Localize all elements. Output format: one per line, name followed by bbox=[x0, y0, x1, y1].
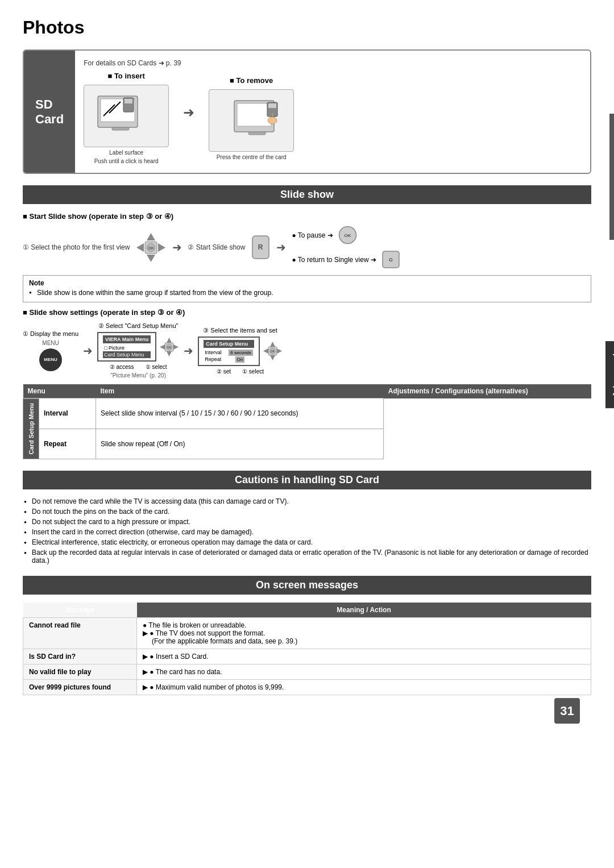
menu-button-icon: MENU bbox=[39, 348, 62, 371]
step2-label: ② Start Slide show bbox=[188, 243, 245, 251]
messages-table: Message Meaning / Action Cannot read fil… bbox=[23, 603, 591, 695]
table-row: Repeat Slide show repeat (Off / On) bbox=[23, 429, 591, 459]
svg-marker-15 bbox=[147, 255, 155, 262]
settings-arrow2: ➜ bbox=[184, 344, 193, 358]
settings-step1-label: ① Display the menu bbox=[23, 330, 78, 338]
sd-card-content: For details on SD Cards ➜ p. 39 ■ To ins… bbox=[75, 51, 590, 173]
svg-text:OK: OK bbox=[148, 246, 155, 250]
cannot-read-message: Cannot read file bbox=[23, 618, 137, 649]
slide-show-header: Slide show bbox=[23, 185, 591, 204]
insert-illustration bbox=[92, 93, 160, 139]
svg-text:OK: OK bbox=[167, 346, 172, 349]
card-setup-interval: Interval 6 seconds bbox=[204, 349, 254, 356]
settings-dpad: OK bbox=[159, 337, 179, 357]
to-pause-section: ● To pause ➜ OK ● To return to Single vi… bbox=[292, 225, 400, 269]
settings-title: ■ Slide show settings (operate in step ③… bbox=[23, 308, 591, 317]
picture-menu-ref: "Picture Menu" (p. 20) bbox=[110, 372, 166, 379]
caution-item-2: Do not touch the pins on the back of the… bbox=[32, 508, 591, 516]
main-menu-title: VIERA Main Menu bbox=[103, 335, 151, 343]
svg-text:G: G bbox=[389, 257, 393, 263]
ok-circle-icon: OK bbox=[338, 225, 358, 245]
message-row-cannot-read: Cannot read file ● The file is broken or… bbox=[23, 618, 591, 649]
page-number: 31 bbox=[554, 698, 580, 724]
insert-title: ■ To insert bbox=[107, 72, 144, 80]
remove-diagram: ■ To remove bbox=[209, 76, 294, 160]
svg-rect-8 bbox=[237, 103, 271, 126]
card-setup-title: Card Setup Menu bbox=[204, 340, 254, 348]
interval-value: 6 seconds bbox=[229, 350, 252, 356]
svg-rect-13 bbox=[248, 132, 265, 135]
caution-item-5: Electrical interference, static electric… bbox=[32, 538, 591, 546]
sd-card-message: Is SD Card in? bbox=[23, 649, 137, 665]
svg-marker-27 bbox=[167, 338, 172, 343]
remote-r-button: R bbox=[251, 235, 271, 260]
slideshow-steps-row: ① Select the photo for the first view OK… bbox=[23, 225, 591, 269]
message-row-no-valid: No valid file to play ▶ ● The card has n… bbox=[23, 665, 591, 680]
caution-item-4: Insert the card in the correct direction… bbox=[32, 528, 591, 536]
svg-marker-37 bbox=[277, 348, 282, 354]
svg-marker-14 bbox=[147, 233, 155, 240]
step3a-label: ② set bbox=[217, 368, 231, 375]
svg-rect-10 bbox=[268, 103, 276, 108]
message-row-sd-card: Is SD Card in? ▶ ● Insert a SD Card. bbox=[23, 649, 591, 665]
caution-item-1: Do not remove the card while the TV is a… bbox=[32, 497, 591, 505]
menu-label: MENU bbox=[42, 340, 59, 346]
svg-marker-35 bbox=[270, 355, 275, 360]
svg-marker-34 bbox=[270, 342, 275, 347]
note-title: Note bbox=[29, 279, 44, 287]
message-row-over-9999: Over 9999 pictures found ▶ ● Maximum val… bbox=[23, 680, 591, 695]
repeat-item: Repeat bbox=[39, 429, 96, 459]
interval-description: Select slide show interval (5 / 10 / 15 … bbox=[96, 398, 384, 429]
remove-illustration bbox=[217, 98, 285, 143]
main-menu-item1: □ Picture bbox=[103, 344, 151, 351]
step3b-label: ① select bbox=[242, 368, 264, 375]
repeat-description: Slide show repeat (Off / On) bbox=[96, 429, 384, 459]
caution-item-3: Do not subject the card to a high pressu… bbox=[32, 518, 591, 526]
to-pause-item: ● To pause ➜ OK bbox=[292, 225, 400, 245]
dpad-icon: OK bbox=[135, 232, 167, 263]
sd-card-note: For details on SD Cards ➜ p. 39 bbox=[84, 59, 582, 67]
settings-diagram: ① Display the menu MENU MENU ➜ ② Select … bbox=[23, 322, 591, 379]
sd-card-section: SDCard For details on SD Cards ➜ p. 39 ■… bbox=[23, 49, 591, 174]
insert-diagram: ■ To insert bbox=[84, 72, 169, 164]
insert-caption2: Push until a click is heard bbox=[94, 158, 159, 164]
remove-title: ■ To remove bbox=[230, 76, 273, 85]
cannot-read-meaning: ● The file is broken or unreadable. ▶ ● … bbox=[137, 618, 591, 649]
step2a-label: ② access bbox=[110, 364, 134, 370]
to-return-item: ● To return to Single view ➜ G bbox=[292, 250, 400, 269]
right-tab-advanced: Advanced bbox=[605, 341, 614, 408]
start-slideshow-title: ■ Start Slide show (operate in step ③ or… bbox=[23, 212, 591, 221]
col-menu-header: Menu bbox=[23, 384, 96, 398]
sd-card-diagrams: ■ To insert bbox=[84, 72, 582, 164]
messages-header: On screen messages bbox=[23, 576, 591, 595]
messages-section: On screen messages Message Meaning / Act… bbox=[23, 576, 591, 695]
svg-marker-30 bbox=[173, 344, 179, 350]
step2-arrow: ➜ bbox=[276, 240, 286, 254]
svg-marker-36 bbox=[263, 348, 268, 354]
step2b-label: ① select bbox=[146, 364, 167, 370]
card-setup-menu-col: Card Setup Menu bbox=[23, 398, 39, 459]
svg-marker-17 bbox=[158, 243, 165, 252]
config-table: Menu Item Adjustments / Configurations (… bbox=[23, 384, 591, 459]
step1-label: ① Select the photo for the first view bbox=[23, 243, 130, 251]
repeat-value: On bbox=[235, 356, 245, 363]
cautions-section: Cautions in handling SD Card Do not remo… bbox=[23, 471, 591, 564]
settings-step2-label: ② Select "Card Setup Menu" bbox=[98, 322, 179, 330]
sd-card-label: SDCard bbox=[24, 51, 75, 173]
step1-arrow: ➜ bbox=[172, 240, 182, 254]
page-title: Photos bbox=[23, 17, 591, 38]
settings-arrow1: ➜ bbox=[83, 344, 93, 358]
table-row: Card Setup Menu Interval Select slide sh… bbox=[23, 398, 591, 429]
svg-marker-29 bbox=[160, 344, 165, 350]
no-valid-meaning: ▶ ● The card has no data. bbox=[137, 665, 591, 680]
to-return-label: ● To return to Single view ➜ bbox=[292, 256, 376, 264]
svg-text:OK: OK bbox=[344, 233, 351, 238]
to-pause-label: ● To pause ➜ bbox=[292, 231, 333, 239]
remove-diagram-box bbox=[209, 89, 294, 152]
no-valid-message: No valid file to play bbox=[23, 665, 137, 680]
right-tab-viewing: Viewing from SD Card (Photos) bbox=[609, 114, 614, 240]
svg-rect-6 bbox=[112, 127, 129, 130]
caution-item-6: Back up the recorded data at regular int… bbox=[32, 549, 591, 564]
over-9999-message: Over 9999 pictures found bbox=[23, 680, 137, 695]
svg-rect-5 bbox=[125, 99, 132, 103]
